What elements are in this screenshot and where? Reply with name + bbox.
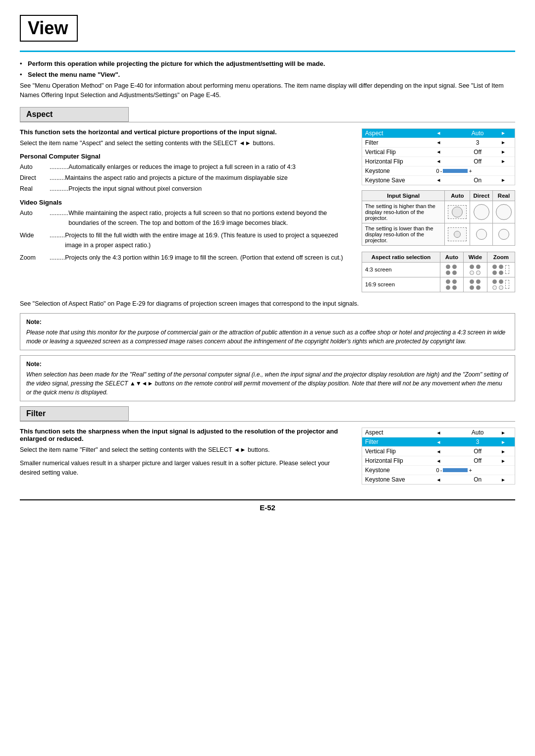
diag-direct-higher (470, 201, 493, 223)
def-dots-auto: ........... (50, 162, 68, 172)
ratio-header-label: Aspect ratio selection (362, 252, 440, 262)
filter-menu-arrow-right-hflip: ► (498, 456, 515, 466)
ratio-zoom-43 (487, 262, 515, 277)
dots-zoom-169 (492, 279, 509, 290)
filter-normal-para1: Select the item name "Filter" and select… (20, 445, 347, 455)
aspect-note1: Note: Please note that using this monito… (20, 313, 515, 350)
aspect-right: Aspect ◄ Auto ► Filter ◄ 3 ► Vertical Fl… (362, 128, 515, 292)
def-dots-real: ........... (50, 184, 68, 194)
dots-wide-43 (470, 265, 481, 275)
menu-row-aspect: Aspect ◄ Auto ► (362, 129, 515, 138)
filter-menu-val-ksave: On (457, 475, 498, 485)
filter-keystone-minus: - (440, 467, 442, 473)
def-desc-real: Projects the input signal without pixel … (68, 184, 347, 194)
intro-description: See "Menu Operation Method" on Page E-40… (20, 81, 515, 100)
menu-label-vflip: Vertical Flip (362, 147, 433, 157)
filter-normal-para2: Smaller numerical values result in a sha… (20, 459, 347, 478)
def-row-wide-video: Wide ......... Projects to fill the full… (20, 230, 347, 250)
aspect-section-content: This function sets the horizontal and ve… (20, 128, 515, 292)
filter-menu-row-filter: Filter ◄ 3 ► (362, 437, 515, 447)
def-term-auto-v: Auto (20, 208, 50, 228)
menu-label-ksave: Keystone Save (362, 175, 433, 185)
filter-menu-val-vflip: Off (457, 447, 498, 456)
aspect-footer-text: See "Selection of Aspect Ratio" on Page … (20, 299, 515, 309)
circle-sm-real (498, 229, 509, 240)
def-dots-wide: ......... (50, 230, 65, 250)
filter-menu-arrow-right-aspect: ► (498, 428, 515, 437)
filter-menu-val-filter: 3 (457, 437, 498, 447)
filter-menu-val-hflip: Off (457, 456, 498, 466)
menu-arrow-right-hflip: ► (498, 157, 515, 166)
filter-keystone-control: 0 - + (436, 467, 495, 473)
filter-menu-label-ksave: Keystone Save (362, 475, 433, 485)
menu-arrow-left-ksave: ◄ (433, 175, 458, 185)
aspect-normal-para1: Select the item name "Aspect" and select… (20, 139, 347, 148)
def-row-auto: Auto ........... Automatically enlarges … (20, 162, 347, 172)
note2-title: Note: (26, 361, 42, 368)
intro-bullet-1: Perform this operation while projecting … (20, 59, 515, 69)
def-desc-wide: Projects to fill the full width with the… (65, 230, 347, 250)
ratio-table: Aspect ratio selection Auto Wide Zoom 4:… (362, 252, 515, 292)
diag-row-lower: The setting is lower than the display re… (362, 223, 515, 245)
filter-menu-arrow-left-hflip: ◄ (433, 456, 458, 466)
keystone-zero: 0 (436, 168, 439, 174)
menu-val-ksave: On (457, 175, 498, 185)
dots-zoom-43 (492, 265, 509, 275)
circle-lg-real (496, 204, 512, 220)
circle-sm-direct (476, 229, 487, 240)
filter-menu-arrow-right-ksave: ► (498, 475, 515, 485)
rect-dashed-higher (448, 205, 467, 219)
def-dots-direct: ......... (50, 173, 65, 183)
menu-row-filter: Filter ◄ 3 ► (362, 138, 515, 147)
filter-keystone-bar (443, 468, 468, 472)
menu-val-hflip: Off (457, 157, 498, 166)
filter-section-header: Filter (20, 406, 129, 421)
ratio-wide-169 (463, 277, 487, 292)
filter-bold-para1: This function sets the sharpness when th… (20, 428, 347, 442)
filter-menu-label-filter: Filter (362, 437, 433, 447)
filter-menu-arrow-left-filter: ◄ (433, 437, 458, 447)
def-desc-zoom: Projects only the 4:3 portion within 16:… (65, 253, 347, 263)
diag-auto-lower (445, 223, 470, 245)
filter-menu-arrow-left-ksave: ◄ (433, 475, 458, 485)
filter-menu-label-keystone: Keystone (362, 466, 433, 475)
menu-arrow-left-vflip: ◄ (433, 147, 458, 157)
aspect-left: This function sets the horizontal and ve… (20, 128, 347, 292)
filter-menu-box: Aspect ◄ Auto ► Filter ◄ 3 ► Vertical Fl… (362, 428, 515, 485)
filter-menu-row-vflip: Vertical Flip ◄ Off ► (362, 447, 515, 456)
page-title: View (28, 18, 68, 38)
keystone-minus: - (440, 168, 442, 174)
filter-menu-arrow-left-aspect: ◄ (433, 428, 458, 437)
aspect-pc-definitions: Auto ........... Automatically enlarges … (20, 162, 347, 194)
ratio-auto-43 (440, 262, 464, 277)
ratio-header-wide: Wide (463, 252, 487, 262)
menu-label-keystone: Keystone (362, 166, 433, 175)
filter-left: This function sets the sharpness when th… (20, 428, 347, 489)
input-signal-table: Input Signal Auto Direct Real The settin… (362, 190, 515, 246)
keystone-control: 0 - + (436, 168, 495, 174)
note1-title: Note: (26, 319, 42, 325)
page-number: E-52 (20, 499, 515, 512)
aspect-menu-box: Aspect ◄ Auto ► Filter ◄ 3 ► Vertical Fl… (362, 128, 515, 185)
dots-auto-169 (446, 279, 457, 290)
diag-real-higher (493, 201, 515, 223)
menu-label-filter: Filter (362, 138, 433, 147)
aspect-bold-para1: This function sets the horizontal and ve… (20, 128, 347, 136)
def-dots-auto-v: ........... (50, 208, 68, 228)
intro-section: Perform this operation while projecting … (20, 59, 515, 100)
def-row-real: Real ........... Projects the input sign… (20, 184, 347, 194)
diag-header-direct: Direct (470, 190, 493, 201)
def-term-direct: Direct (20, 173, 50, 183)
menu-arrow-left-filter: ◄ (433, 138, 458, 147)
filter-section-content: This function sets the sharpness when th… (20, 428, 515, 489)
aspect-sub-heading2: Video Signals (20, 199, 347, 206)
filter-menu-label-vflip: Vertical Flip (362, 447, 433, 456)
menu-row-vflip: Vertical Flip ◄ Off ► (362, 147, 515, 157)
menu-label-hflip: Horizontal Flip (362, 157, 433, 166)
keystone-plus: + (469, 168, 472, 174)
menu-arrow-left-hflip: ◄ (433, 157, 458, 166)
menu-arrow-right-ksave: ► (498, 175, 515, 185)
menu-arrow-right-filter: ► (498, 138, 515, 147)
filter-keystone-plus: + (469, 467, 472, 473)
menu-row-ksave: Keystone Save ◄ On ► (362, 175, 515, 185)
